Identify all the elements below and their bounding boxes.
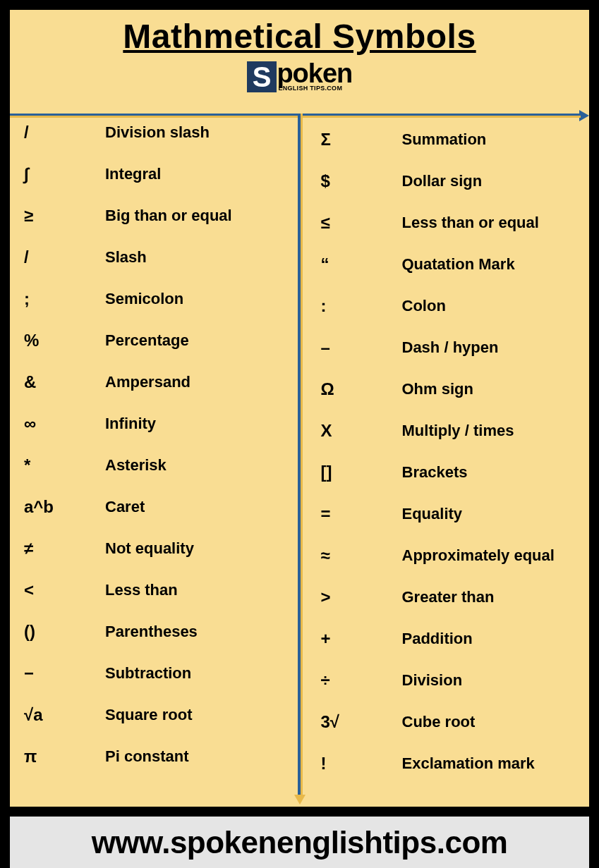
symbol-glyph: ≠	[24, 539, 105, 558]
symbol-glyph: a^b	[24, 497, 105, 517]
arrow-right-icon	[579, 110, 589, 121]
symbol-name: Pi constant	[105, 747, 189, 766]
symbol-row: πPi constant	[24, 735, 286, 777]
symbol-row: <Less than	[24, 569, 286, 611]
symbol-row: −Subtraction	[24, 652, 286, 694]
symbol-name: Less than	[105, 581, 178, 599]
symbol-name: Summation	[402, 130, 487, 149]
symbol-name: Dollar sign	[402, 172, 483, 190]
symbol-glyph: ()	[24, 622, 105, 642]
footer-url: www.spokenenglishtips.com	[10, 817, 589, 868]
symbol-row: XMultiply / times	[321, 410, 576, 451]
symbol-name: Cube root	[402, 713, 476, 731]
symbol-glyph: −	[24, 664, 105, 683]
symbol-glyph: Σ	[321, 130, 402, 149]
logo-text: poken	[277, 62, 352, 85]
symbol-glyph: %	[24, 331, 105, 350]
symbol-name: Caret	[105, 498, 145, 516]
symbol-glyph: ∞	[24, 414, 105, 434]
symbol-name: Parentheses	[105, 623, 198, 641]
symbol-glyph: ≥	[24, 206, 105, 226]
symbol-glyph: /	[24, 247, 105, 267]
symbol-glyph: :	[321, 296, 402, 316]
symbol-glyph: –	[321, 338, 402, 357]
symbol-glyph: ÷	[321, 671, 402, 690]
brand-logo: S poken ENGLISH TIPS.COM	[10, 61, 589, 92]
symbol-glyph: $	[321, 171, 402, 191]
symbol-glyph: /	[24, 123, 105, 142]
symbol-glyph: Ω	[321, 379, 402, 399]
symbol-glyph: &	[24, 372, 105, 392]
page-title: Mathmetical Symbols	[10, 10, 589, 56]
symbol-row: a^bCaret	[24, 486, 286, 527]
symbol-name: Division	[402, 671, 463, 690]
symbol-name: Less than or equal	[402, 214, 539, 232]
symbol-row: ≤Less than or equal	[321, 202, 576, 243]
symbol-name: Paddition	[402, 630, 473, 648]
symbol-row: ≠Not equality	[24, 527, 286, 569]
symbol-row: $Dollar sign	[321, 160, 576, 202]
symbol-name: Equality	[402, 505, 463, 523]
arrow-down-icon	[294, 795, 305, 805]
symbol-name: Division slash	[105, 123, 210, 142]
symbol-name: Ohm sign	[402, 380, 473, 398]
symbol-name: Big than or equal	[105, 207, 232, 225]
symbol-row: ()Parentheses	[24, 611, 286, 652]
symbol-row: +Paddition	[321, 618, 576, 659]
symbol-name: Quatation Mark	[402, 255, 515, 274]
vertical-divider-arrow	[298, 114, 303, 805]
symbol-name: Approximately equal	[402, 546, 555, 565]
symbol-row: !Exclamation mark	[321, 742, 576, 784]
symbol-name: Brackets	[402, 463, 468, 482]
symbol-name: Multiply / times	[402, 422, 514, 440]
symbol-glyph: *	[24, 456, 105, 475]
symbol-name: Square root	[105, 706, 192, 724]
symbol-glyph: =	[321, 504, 402, 524]
symbol-glyph: ≈	[321, 546, 402, 566]
symbol-name: Not equality	[105, 539, 194, 558]
symbol-glyph: X	[321, 421, 402, 441]
symbol-name: Asterisk	[105, 456, 167, 475]
symbol-row: >Greater than	[321, 576, 576, 618]
symbol-name: Percentage	[105, 331, 189, 350]
symbol-row: ≈Approximately equal	[321, 534, 576, 576]
symbol-row: /Slash	[24, 236, 286, 278]
symbol-row: :Colon	[321, 285, 576, 326]
symbol-row: 3√Cube root	[321, 701, 576, 742]
symbol-row: ∞Infinity	[24, 403, 286, 444]
symbol-row: ΩOhm sign	[321, 368, 576, 410]
symbol-name: Semicolon	[105, 290, 183, 308]
symbol-glyph: 3√	[321, 712, 402, 732]
symbol-glyph: ∫	[24, 164, 105, 184]
symbol-glyph: <	[24, 580, 105, 600]
symbol-row: %Percentage	[24, 319, 286, 361]
symbol-row: ≥Big than or equal	[24, 195, 286, 236]
symbol-glyph: √a	[24, 705, 105, 725]
symbol-glyph: []	[321, 463, 402, 482]
symbol-glyph: +	[321, 629, 402, 649]
symbol-glyph: “	[321, 255, 402, 274]
symbol-name: Colon	[402, 297, 446, 315]
logo-initial: S	[247, 61, 277, 92]
symbol-row: *Asterisk	[24, 444, 286, 486]
symbol-row: ;Semicolon	[24, 278, 286, 319]
symbol-name: Greater than	[402, 588, 495, 606]
symbol-name: Subtraction	[105, 664, 191, 683]
symbol-name: Exclamation mark	[402, 754, 535, 773]
main-card: Mathmetical Symbols S poken ENGLISH TIPS…	[10, 10, 589, 807]
right-column: ΣSummation $Dollar sign ≤Less than or eq…	[300, 111, 590, 784]
symbol-glyph: π	[24, 747, 105, 766]
symbol-glyph: ≤	[321, 213, 402, 233]
symbol-row: √aSquare root	[24, 694, 286, 735]
symbol-glyph: ;	[24, 289, 105, 309]
symbol-glyph: >	[321, 587, 402, 607]
symbol-name: Slash	[105, 248, 147, 267]
logo-subtitle: ENGLISH TIPS.COM	[277, 85, 352, 92]
symbol-row: –Dash / hypen	[321, 326, 576, 368]
symbol-row: ÷Division	[321, 659, 576, 701]
symbol-name: Infinity	[105, 415, 156, 433]
symbol-name: Integral	[105, 165, 161, 183]
symbol-row: ∫Integral	[24, 153, 286, 195]
symbol-row: ΣSummation	[321, 118, 576, 160]
symbol-row: “Quatation Mark	[321, 243, 576, 285]
